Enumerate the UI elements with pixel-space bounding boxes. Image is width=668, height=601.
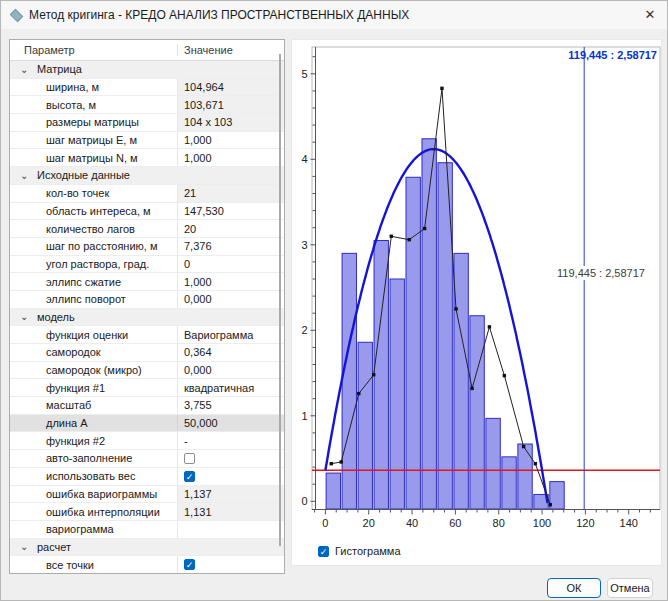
histogram-checkbox[interactable]: ✓ bbox=[318, 546, 329, 557]
param-value[interactable]: 7,376 bbox=[178, 238, 284, 255]
param-value[interactable]: ✓ bbox=[178, 468, 284, 485]
cancel-button[interactable]: Отмена bbox=[607, 578, 653, 598]
param-row[interactable]: количество лагов20 bbox=[10, 220, 284, 238]
param-row[interactable]: область интереса, м147,530 bbox=[10, 203, 284, 221]
param-row[interactable]: все точки✓ bbox=[10, 556, 284, 574]
param-row[interactable]: размеры матрицы104 x 103 bbox=[10, 114, 284, 132]
param-label: вариограмма bbox=[10, 521, 178, 538]
param-value[interactable]: 1,000 bbox=[178, 132, 284, 149]
param-label: ⌄Матрица bbox=[10, 61, 178, 78]
param-label: кол-во точек bbox=[10, 185, 178, 202]
param-group-row[interactable]: ⌄Матрица bbox=[10, 61, 284, 79]
param-group-row[interactable]: ⌄Исходные данные bbox=[10, 167, 284, 185]
param-row[interactable]: ошибка вариограммы1,137 bbox=[10, 486, 284, 504]
param-value: 103,671 bbox=[178, 96, 284, 113]
param-label: эллипс поворот bbox=[10, 291, 178, 308]
checkbox-checked[interactable]: ✓ bbox=[184, 471, 195, 482]
param-value: 21 bbox=[178, 185, 284, 202]
y-tick-label: 1 bbox=[301, 410, 307, 422]
variogram-chart[interactable]: 020406080100120140012345119,445 : 2,5871… bbox=[292, 40, 663, 567]
param-value[interactable]: Вариограмма bbox=[178, 326, 284, 343]
param-row[interactable]: эллипс поворот0,000 bbox=[10, 291, 284, 309]
param-row[interactable]: эллипс сжатие1,000 bbox=[10, 273, 284, 291]
param-row[interactable]: ширина, м104,964 bbox=[10, 79, 284, 97]
param-row[interactable]: угол раствора, град.0 bbox=[10, 256, 284, 274]
param-value[interactable]: квадратичная bbox=[178, 379, 284, 396]
chevron-down-icon[interactable]: ⌄ bbox=[20, 170, 37, 181]
chevron-down-icon[interactable]: ⌄ bbox=[20, 64, 37, 75]
param-row[interactable]: функция оценкиВариограмма bbox=[10, 326, 284, 344]
param-row[interactable]: высота, м103,671 bbox=[10, 96, 284, 114]
param-group-row[interactable]: ⌄модель bbox=[10, 309, 284, 327]
param-label: ⌄Исходные данные bbox=[10, 167, 178, 184]
param-row[interactable]: функция #2- bbox=[10, 432, 284, 450]
param-row[interactable]: функция #1квадратичная bbox=[10, 379, 284, 397]
param-label: функция #2 bbox=[10, 432, 178, 449]
param-label: ошибка интерполяции bbox=[10, 503, 178, 520]
param-value[interactable] bbox=[178, 450, 284, 467]
param-row[interactable]: шаг по расстоянию, м7,376 bbox=[10, 238, 284, 256]
variogram-point bbox=[340, 460, 343, 463]
group-filler bbox=[178, 61, 284, 78]
param-value[interactable]: 0,000 bbox=[178, 362, 284, 379]
vertical-scrollbar[interactable] bbox=[279, 54, 281, 546]
param-label: длина A bbox=[10, 415, 178, 432]
x-tick-label: 140 bbox=[620, 517, 638, 529]
param-value[interactable]: 0,000 bbox=[178, 291, 284, 308]
param-value[interactable]: 1,000 bbox=[178, 149, 284, 166]
param-value[interactable]: 147,530 bbox=[178, 203, 284, 220]
histogram-bar bbox=[502, 457, 516, 509]
param-row[interactable]: длина A50,000 bbox=[10, 415, 284, 433]
param-row[interactable]: самородок0,364 bbox=[10, 344, 284, 362]
column-header-value: Значение bbox=[178, 44, 284, 56]
param-row[interactable]: шаг матрицы E, м1,000 bbox=[10, 132, 284, 150]
param-value[interactable]: 1,000 bbox=[178, 273, 284, 290]
histogram-bar bbox=[390, 279, 404, 509]
group-filler bbox=[178, 309, 284, 326]
variogram-chart-panel: 020406080100120140012345119,445 : 2,5871… bbox=[291, 39, 662, 566]
param-value[interactable] bbox=[178, 521, 284, 538]
param-value[interactable]: 3,755 bbox=[178, 397, 284, 414]
param-row[interactable]: шаг матрицы N, м1,000 bbox=[10, 149, 284, 167]
group-filler bbox=[178, 539, 284, 556]
variogram-point bbox=[522, 445, 525, 448]
param-label: область интереса, м bbox=[10, 203, 178, 220]
histogram-checkbox-label: Гистограмма bbox=[335, 545, 401, 557]
histogram-bar bbox=[374, 241, 388, 509]
variogram-point bbox=[330, 462, 333, 465]
histogram-bar bbox=[470, 316, 484, 509]
param-row[interactable]: самородок (микро)0,000 bbox=[10, 362, 284, 380]
chevron-down-icon[interactable]: ⌄ bbox=[20, 311, 37, 322]
param-value[interactable]: - bbox=[178, 432, 284, 449]
checkbox-checked[interactable]: ✓ bbox=[184, 559, 195, 570]
chevron-down-icon[interactable]: ⌄ bbox=[20, 541, 37, 552]
checkbox-unchecked[interactable] bbox=[184, 453, 195, 464]
param-value[interactable]: ✓ bbox=[178, 556, 284, 573]
histogram-legend: ✓ Гистограмма bbox=[318, 545, 401, 557]
param-label: ошибка вариограммы bbox=[10, 486, 178, 503]
app-diamond-icon bbox=[10, 9, 23, 22]
param-value: 1,131 bbox=[178, 503, 284, 520]
param-value[interactable]: 20 bbox=[178, 220, 284, 237]
param-value[interactable]: 0,364 bbox=[178, 344, 284, 361]
ok-button[interactable]: ОК bbox=[547, 578, 601, 598]
param-row[interactable]: масштаб3,755 bbox=[10, 397, 284, 415]
x-tick-label: 60 bbox=[449, 517, 461, 529]
param-row[interactable]: вариограмма bbox=[10, 521, 284, 539]
variogram-point bbox=[454, 307, 457, 310]
param-label: эллипс сжатие bbox=[10, 273, 178, 290]
variogram-point bbox=[488, 325, 491, 328]
variogram-point bbox=[357, 392, 360, 395]
param-label: использовать вес bbox=[10, 468, 178, 485]
param-row[interactable]: использовать вес✓ bbox=[10, 468, 284, 486]
variogram-point bbox=[440, 87, 443, 90]
param-group-row[interactable]: ⌄расчет bbox=[10, 539, 284, 557]
param-row[interactable]: авто-заполнение bbox=[10, 450, 284, 468]
x-tick-label: 100 bbox=[533, 517, 551, 529]
param-row[interactable]: ошибка интерполяции1,131 bbox=[10, 503, 284, 521]
param-label: ⌄модель bbox=[10, 309, 178, 326]
close-icon[interactable]: ✕ bbox=[637, 5, 663, 25]
param-value[interactable]: 0 bbox=[178, 256, 284, 273]
y-tick-label: 5 bbox=[301, 68, 307, 80]
param-row[interactable]: кол-во точек21 bbox=[10, 185, 284, 203]
